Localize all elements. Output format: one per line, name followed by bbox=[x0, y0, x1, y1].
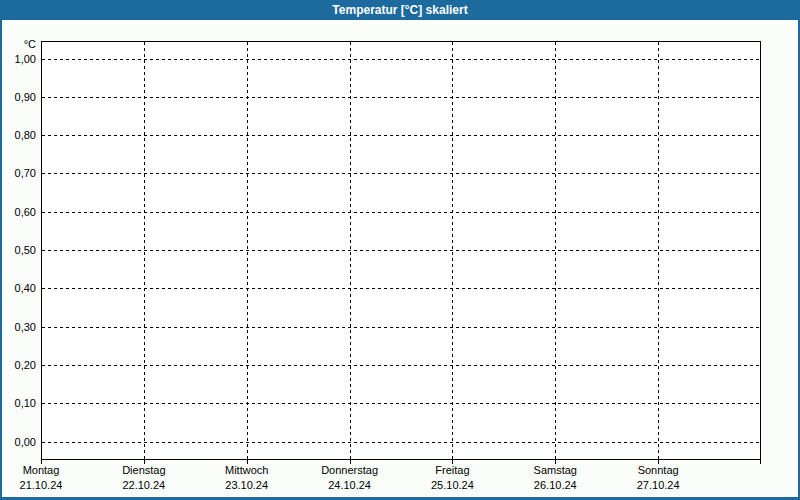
x-day-label: Donnerstag24.10.24 bbox=[298, 463, 402, 493]
x-day-date: 25.10.24 bbox=[400, 478, 504, 493]
x-tick bbox=[41, 460, 42, 464]
x-day-label: Montag21.10.24 bbox=[0, 463, 93, 493]
v-gridline bbox=[658, 42, 659, 459]
y-axis-unit-label: °C bbox=[2, 38, 36, 51]
x-tick bbox=[144, 460, 145, 464]
y-tick-label: 1,00 bbox=[2, 53, 36, 66]
x-day-name: Sonntag bbox=[606, 463, 710, 478]
x-day-name: Freitag bbox=[400, 463, 504, 478]
h-gridline bbox=[42, 250, 760, 251]
h-gridline bbox=[42, 442, 760, 443]
y-tick-label: 0,00 bbox=[2, 436, 36, 449]
y-tick-label: 0,70 bbox=[2, 167, 36, 180]
y-tick-label: 0,50 bbox=[2, 244, 36, 257]
x-tick bbox=[760, 460, 761, 464]
h-gridline bbox=[42, 97, 760, 98]
x-tick bbox=[452, 460, 453, 464]
y-tick-label: 0,30 bbox=[2, 321, 36, 334]
y-tick-label: 0,90 bbox=[2, 91, 36, 104]
x-tick bbox=[247, 460, 248, 464]
x-day-date: 26.10.24 bbox=[503, 478, 607, 493]
h-gridline bbox=[42, 403, 760, 404]
x-day-label: Freitag25.10.24 bbox=[400, 463, 504, 493]
x-day-date: 24.10.24 bbox=[298, 478, 402, 493]
x-day-date: 22.10.24 bbox=[92, 478, 196, 493]
h-gridline bbox=[42, 59, 760, 60]
x-day-date: 27.10.24 bbox=[606, 478, 710, 493]
x-day-label: Samstag26.10.24 bbox=[503, 463, 607, 493]
y-tick-label: 0,40 bbox=[2, 282, 36, 295]
y-tick-label: 0,20 bbox=[2, 359, 36, 372]
chart-title: Temperatur [°C] skaliert bbox=[332, 3, 467, 17]
x-day-date: 23.10.24 bbox=[195, 478, 299, 493]
x-day-name: Samstag bbox=[503, 463, 607, 478]
v-gridline bbox=[555, 42, 556, 459]
chart-title-bar: Temperatur [°C] skaliert bbox=[0, 0, 800, 20]
x-day-name: Mittwoch bbox=[195, 463, 299, 478]
x-tick bbox=[658, 460, 659, 464]
x-day-label: Sonntag27.10.24 bbox=[606, 463, 710, 493]
x-day-name: Donnerstag bbox=[298, 463, 402, 478]
v-gridline bbox=[144, 42, 145, 459]
h-gridline bbox=[42, 288, 760, 289]
h-gridline bbox=[42, 365, 760, 366]
x-tick bbox=[350, 460, 351, 464]
v-gridline bbox=[350, 42, 351, 459]
v-gridline bbox=[452, 42, 453, 459]
h-gridline bbox=[42, 212, 760, 213]
x-day-name: Dienstag bbox=[92, 463, 196, 478]
x-day-label: Dienstag22.10.24 bbox=[92, 463, 196, 493]
x-tick bbox=[555, 460, 556, 464]
plot-area bbox=[41, 41, 761, 460]
v-gridline bbox=[247, 42, 248, 459]
h-gridline bbox=[42, 173, 760, 174]
x-day-date: 21.10.24 bbox=[0, 478, 93, 493]
h-gridline bbox=[42, 135, 760, 136]
y-tick-label: 0,10 bbox=[2, 397, 36, 410]
x-day-name: Montag bbox=[0, 463, 93, 478]
x-day-label: Mittwoch23.10.24 bbox=[195, 463, 299, 493]
y-tick-label: 0,80 bbox=[2, 129, 36, 142]
h-gridline bbox=[42, 327, 760, 328]
y-tick-label: 0,60 bbox=[2, 206, 36, 219]
chart-window: Temperatur [°C] skaliert °C 1,000,900,80… bbox=[0, 0, 800, 500]
